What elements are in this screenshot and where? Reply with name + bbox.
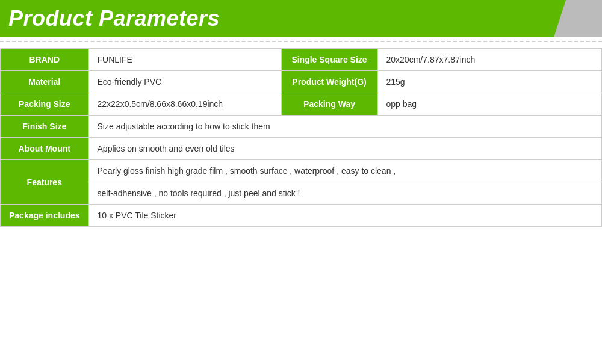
features-value-1: Pearly gloss finish high grade film , sm…: [88, 160, 601, 182]
header-chevron-decoration: [554, 0, 602, 37]
packing-way-value: opp bag: [377, 93, 601, 116]
table-row: Packing Size 22x22x0.5cm/8.66x8.66x0.19i…: [1, 93, 602, 116]
header: Product Parameters: [0, 0, 602, 37]
package-label: Package includes: [1, 205, 89, 227]
table-row: self-adhensive , no tools required , jus…: [1, 182, 602, 205]
table-row: Features Pearly gloss finish high grade …: [1, 160, 602, 182]
dashed-divider: [0, 41, 602, 42]
single-size-value: 20x20cm/7.87x7.87inch: [377, 49, 601, 71]
about-mount-label: About Mount: [1, 138, 89, 160]
package-value: 10 x PVC Tile Sticker: [88, 205, 601, 227]
table-row: Package includes 10 x PVC Tile Sticker: [1, 205, 602, 227]
table-row: Finish Size Size adjustable according to…: [1, 116, 602, 138]
params-table: BRAND FUNLIFE Single Square Size 20x20cm…: [0, 48, 602, 227]
finish-size-value: Size adjustable according to how to stic…: [88, 116, 601, 138]
about-mount-value: Applies on smooth and even old tiles: [88, 138, 601, 160]
finish-size-label: Finish Size: [1, 116, 89, 138]
features-label: Features: [1, 160, 89, 205]
material-label: Material: [1, 71, 89, 93]
table-row: Material Eco-friendly PVC Product Weight…: [1, 71, 602, 93]
page-title: Product Parameters: [8, 6, 220, 31]
table-row: About Mount Applies on smooth and even o…: [1, 138, 602, 160]
table-row: BRAND FUNLIFE Single Square Size 20x20cm…: [1, 49, 602, 71]
single-size-label: Single Square Size: [281, 49, 377, 71]
product-weight-value: 215g: [377, 71, 601, 93]
packing-way-label: Packing Way: [281, 93, 377, 116]
product-weight-label: Product Weight(G): [281, 71, 377, 93]
packing-size-label: Packing Size: [1, 93, 89, 116]
packing-size-value: 22x22x0.5cm/8.66x8.66x0.19inch: [88, 93, 281, 116]
brand-value: FUNLIFE: [88, 49, 281, 71]
material-value: Eco-friendly PVC: [88, 71, 281, 93]
features-value-2: self-adhensive , no tools required , jus…: [88, 182, 601, 205]
brand-label: BRAND: [1, 49, 89, 71]
